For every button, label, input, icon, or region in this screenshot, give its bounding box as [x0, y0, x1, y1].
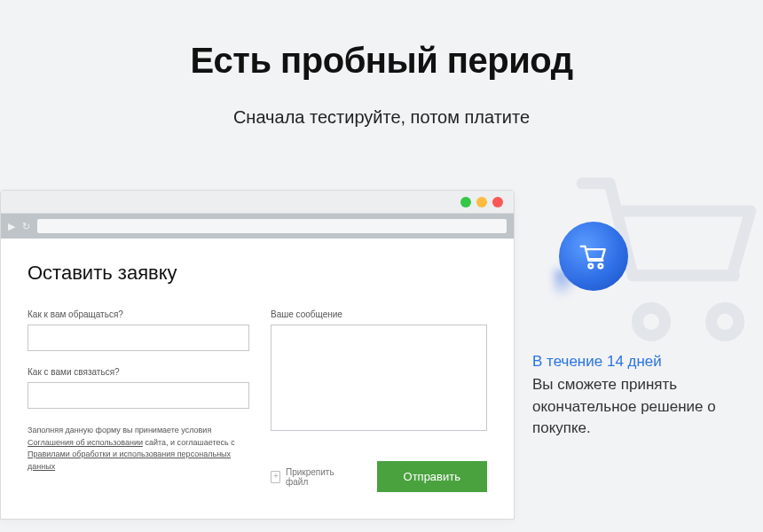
contact-input[interactable] — [28, 382, 249, 409]
svg-point-2 — [588, 264, 593, 269]
close-icon[interactable] — [492, 197, 503, 207]
legal-mid: сайта, и соглашаетесь с — [143, 438, 235, 447]
minimize-icon[interactable] — [460, 197, 471, 207]
attach-file-label: Прикрепить файл — [286, 467, 352, 487]
feature-body: Вы сможете принять окончательное решение… — [532, 374, 719, 440]
attach-file-button[interactable]: Прикрепить файл — [271, 467, 352, 487]
feature-icon-circle — [559, 222, 628, 291]
maximize-icon[interactable] — [476, 197, 487, 207]
submit-button[interactable]: Отправить — [377, 461, 487, 492]
name-input[interactable] — [28, 325, 249, 351]
browser-toolbar: ▶ ↻ — [1, 214, 514, 239]
feature-block: В течение 14 дней Вы сможете принять око… — [532, 222, 719, 440]
play-icon[interactable]: ▶ — [8, 222, 15, 231]
browser-window: ▶ ↻ Оставить заявку Как к вам обращаться… — [0, 190, 515, 520]
message-input[interactable] — [271, 325, 487, 431]
legal-text: Заполняя данную форму вы принимаете усло… — [28, 425, 249, 473]
refresh-icon[interactable]: ↻ — [22, 222, 30, 231]
privacy-link[interactable]: Правилами обработки и использования перс… — [28, 450, 231, 471]
hero-subtitle: Сначала тестируйте, потом платите — [0, 107, 763, 128]
url-bar[interactable] — [37, 219, 507, 233]
browser-body: Оставить заявку Как к вам обращаться? Ка… — [1, 239, 514, 519]
message-label: Ваше сообщение — [271, 309, 487, 319]
name-label: Как к вам обращаться? — [28, 309, 249, 319]
attach-file-icon — [271, 471, 280, 483]
cart-icon — [577, 239, 610, 273]
hero-title: Есть пробный период — [0, 41, 763, 81]
feature-headline: В течение 14 дней — [532, 353, 719, 371]
window-controls — [460, 197, 503, 207]
terms-link[interactable]: Соглашения об использовании — [28, 438, 143, 447]
legal-prefix: Заполняя данную форму вы принимаете усло… — [28, 426, 211, 434]
form-title: Оставить заявку — [28, 262, 487, 285]
svg-point-3 — [599, 264, 603, 269]
browser-titlebar — [1, 191, 514, 214]
contact-label: Как с вами связаться? — [28, 367, 249, 377]
